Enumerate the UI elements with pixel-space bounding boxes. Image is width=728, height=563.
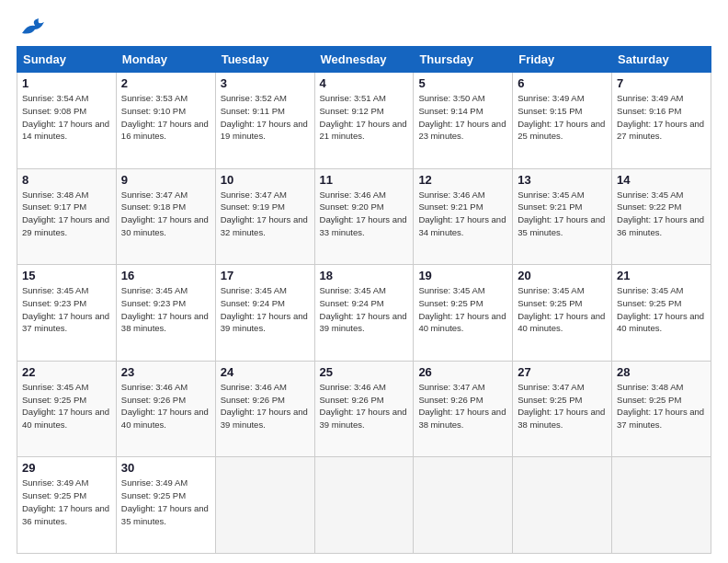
day-info: Sunrise: 3:45 AMSunset: 9:25 PMDaylight:… — [617, 285, 704, 333]
calendar-day-header: Wednesday — [314, 47, 414, 73]
calendar-day-cell — [612, 457, 711, 554]
day-number: 19 — [418, 269, 507, 282]
day-info: Sunrise: 3:47 AMSunset: 9:25 PMDaylight:… — [518, 382, 605, 430]
day-number: 3 — [221, 76, 310, 90]
day-number: 21 — [617, 269, 706, 282]
day-info: Sunrise: 3:46 AMSunset: 9:26 PMDaylight:… — [221, 382, 308, 430]
day-number: 30 — [121, 461, 210, 475]
calendar-day-cell: 20 Sunrise: 3:45 AMSunset: 9:25 PMDaylig… — [513, 265, 612, 362]
day-info: Sunrise: 3:47 AMSunset: 9:19 PMDaylight:… — [221, 190, 308, 237]
calendar-day-cell: 28 Sunrise: 3:48 AMSunset: 9:25 PMDaylig… — [612, 361, 711, 457]
calendar-day-cell: 13 Sunrise: 3:45 AMSunset: 9:21 PMDaylig… — [513, 168, 612, 265]
calendar-day-cell: 16 Sunrise: 3:45 AMSunset: 9:23 PMDaylig… — [116, 265, 215, 362]
day-info: Sunrise: 3:53 AMSunset: 9:10 PMDaylight:… — [121, 93, 209, 141]
calendar-day-cell — [215, 457, 314, 554]
day-number: 17 — [221, 269, 310, 282]
day-number: 5 — [418, 76, 507, 90]
calendar-day-cell: 2 Sunrise: 3:53 AMSunset: 9:10 PMDayligh… — [116, 73, 215, 169]
day-info: Sunrise: 3:46 AMSunset: 9:26 PMDaylight:… — [121, 382, 209, 430]
calendar-day-cell: 27 Sunrise: 3:47 AMSunset: 9:25 PMDaylig… — [513, 361, 612, 457]
calendar-day-header: Saturday — [612, 47, 711, 73]
day-info: Sunrise: 3:49 AMSunset: 9:25 PMDaylight:… — [22, 477, 109, 525]
logo — [17, 17, 44, 37]
calendar-day-cell — [513, 457, 612, 554]
calendar-day-cell: 3 Sunrise: 3:52 AMSunset: 9:11 PMDayligh… — [215, 73, 314, 169]
calendar-day-cell: 11 Sunrise: 3:46 AMSunset: 9:20 PMDaylig… — [314, 168, 414, 265]
calendar-day-cell: 1 Sunrise: 3:54 AMSunset: 9:08 PMDayligh… — [17, 73, 117, 169]
day-number: 28 — [617, 365, 706, 379]
calendar-week-row: 22 Sunrise: 3:45 AMSunset: 9:25 PMDaylig… — [17, 361, 711, 457]
day-number: 2 — [121, 76, 210, 90]
day-number: 29 — [22, 461, 111, 475]
calendar-day-header: Sunday — [17, 47, 117, 73]
calendar-day-cell: 4 Sunrise: 3:51 AMSunset: 9:12 PMDayligh… — [314, 73, 414, 169]
calendar-day-cell: 14 Sunrise: 3:45 AMSunset: 9:22 PMDaylig… — [612, 168, 711, 265]
day-info: Sunrise: 3:49 AMSunset: 9:15 PMDaylight:… — [518, 93, 605, 141]
calendar-week-row: 1 Sunrise: 3:54 AMSunset: 9:08 PMDayligh… — [17, 73, 711, 169]
day-info: Sunrise: 3:48 AMSunset: 9:17 PMDaylight:… — [22, 190, 109, 237]
day-number: 6 — [518, 76, 607, 90]
day-number: 26 — [418, 365, 507, 379]
day-number: 13 — [518, 173, 607, 187]
day-number: 24 — [221, 365, 310, 379]
calendar-day-cell: 26 Sunrise: 3:47 AMSunset: 9:26 PMDaylig… — [414, 361, 513, 457]
day-info: Sunrise: 3:45 AMSunset: 9:24 PMDaylight:… — [221, 285, 308, 333]
calendar-day-header: Tuesday — [215, 47, 314, 73]
calendar-day-cell — [314, 457, 414, 554]
day-number: 16 — [121, 269, 210, 282]
day-number: 12 — [418, 173, 507, 187]
day-info: Sunrise: 3:45 AMSunset: 9:21 PMDaylight:… — [518, 190, 605, 237]
day-info: Sunrise: 3:50 AMSunset: 9:14 PMDaylight:… — [418, 93, 506, 141]
day-number: 8 — [22, 173, 111, 187]
page: SundayMondayTuesdayWednesdayThursdayFrid… — [0, 0, 728, 563]
day-number: 23 — [121, 365, 210, 379]
day-info: Sunrise: 3:45 AMSunset: 9:25 PMDaylight:… — [22, 382, 109, 430]
day-number: 11 — [320, 173, 409, 187]
calendar-day-cell: 25 Sunrise: 3:46 AMSunset: 9:26 PMDaylig… — [314, 361, 414, 457]
day-info: Sunrise: 3:49 AMSunset: 9:25 PMDaylight:… — [121, 477, 209, 525]
calendar-day-cell: 24 Sunrise: 3:46 AMSunset: 9:26 PMDaylig… — [215, 361, 314, 457]
calendar-header-row: SundayMondayTuesdayWednesdayThursdayFrid… — [17, 47, 711, 73]
day-number: 4 — [320, 76, 409, 90]
calendar-day-header: Monday — [116, 47, 215, 73]
calendar-day-cell: 30 Sunrise: 3:49 AMSunset: 9:25 PMDaylig… — [116, 457, 215, 554]
calendar-week-row: 15 Sunrise: 3:45 AMSunset: 9:23 PMDaylig… — [17, 265, 711, 362]
calendar-day-cell: 12 Sunrise: 3:46 AMSunset: 9:21 PMDaylig… — [414, 168, 513, 265]
day-number: 14 — [617, 173, 706, 187]
day-number: 20 — [518, 269, 607, 282]
day-info: Sunrise: 3:48 AMSunset: 9:25 PMDaylight:… — [617, 382, 704, 430]
day-info: Sunrise: 3:45 AMSunset: 9:22 PMDaylight:… — [617, 190, 704, 237]
calendar-day-cell: 6 Sunrise: 3:49 AMSunset: 9:15 PMDayligh… — [513, 73, 612, 169]
day-number: 22 — [22, 365, 111, 379]
day-number: 15 — [22, 269, 111, 282]
calendar-day-cell: 9 Sunrise: 3:47 AMSunset: 9:18 PMDayligh… — [116, 168, 215, 265]
day-info: Sunrise: 3:51 AMSunset: 9:12 PMDaylight:… — [320, 93, 407, 141]
day-info: Sunrise: 3:52 AMSunset: 9:11 PMDaylight:… — [221, 93, 308, 141]
day-info: Sunrise: 3:45 AMSunset: 9:23 PMDaylight:… — [121, 285, 209, 333]
logo-bird-icon — [18, 17, 44, 37]
calendar-day-cell: 19 Sunrise: 3:45 AMSunset: 9:25 PMDaylig… — [414, 265, 513, 362]
calendar-week-row: 8 Sunrise: 3:48 AMSunset: 9:17 PMDayligh… — [17, 168, 711, 265]
calendar-day-cell: 21 Sunrise: 3:45 AMSunset: 9:25 PMDaylig… — [612, 265, 711, 362]
calendar-day-cell — [414, 457, 513, 554]
day-number: 1 — [22, 76, 111, 90]
day-info: Sunrise: 3:47 AMSunset: 9:18 PMDaylight:… — [121, 190, 209, 237]
day-number: 18 — [320, 269, 409, 282]
day-number: 27 — [518, 365, 607, 379]
calendar-day-cell: 5 Sunrise: 3:50 AMSunset: 9:14 PMDayligh… — [414, 73, 513, 169]
day-info: Sunrise: 3:47 AMSunset: 9:26 PMDaylight:… — [418, 382, 506, 430]
day-info: Sunrise: 3:45 AMSunset: 9:23 PMDaylight:… — [22, 285, 109, 333]
calendar-day-cell: 15 Sunrise: 3:45 AMSunset: 9:23 PMDaylig… — [17, 265, 117, 362]
day-info: Sunrise: 3:46 AMSunset: 9:26 PMDaylight:… — [320, 382, 407, 430]
calendar-day-cell: 8 Sunrise: 3:48 AMSunset: 9:17 PMDayligh… — [17, 168, 117, 265]
calendar-day-cell: 22 Sunrise: 3:45 AMSunset: 9:25 PMDaylig… — [17, 361, 117, 457]
header — [17, 17, 711, 37]
day-info: Sunrise: 3:46 AMSunset: 9:20 PMDaylight:… — [320, 190, 407, 237]
calendar-day-cell: 10 Sunrise: 3:47 AMSunset: 9:19 PMDaylig… — [215, 168, 314, 265]
day-info: Sunrise: 3:45 AMSunset: 9:24 PMDaylight:… — [320, 285, 407, 333]
day-number: 10 — [221, 173, 310, 187]
day-number: 25 — [320, 365, 409, 379]
day-info: Sunrise: 3:54 AMSunset: 9:08 PMDaylight:… — [22, 93, 109, 141]
calendar-day-header: Thursday — [414, 47, 513, 73]
day-number: 7 — [617, 76, 706, 90]
